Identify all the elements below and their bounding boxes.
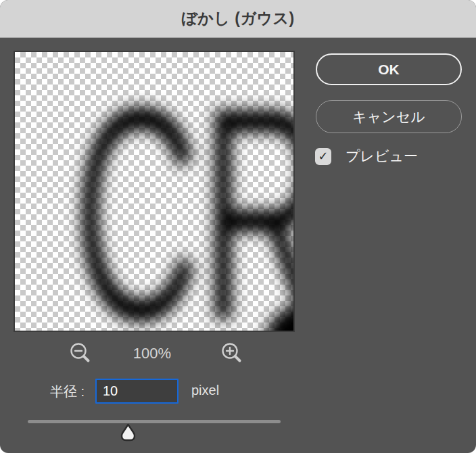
radius-slider-thumb[interactable] — [120, 423, 137, 442]
preview-checkbox[interactable]: ✓ — [315, 148, 331, 165]
zoom-in-icon — [220, 341, 243, 366]
gaussian-blur-dialog: ぼかし (ガウス) CR OK キャンセル ✓ プレビュー — [0, 0, 476, 453]
ok-button-label: OK — [378, 62, 400, 78]
slider-thumb-icon — [120, 423, 137, 442]
radius-input[interactable] — [95, 379, 178, 404]
zoom-in-button[interactable] — [220, 341, 247, 370]
cancel-button[interactable]: キャンセル — [316, 100, 462, 133]
zoom-level-value: 100% — [118, 345, 186, 362]
preview-checkbox-label: プレビュー — [346, 147, 418, 166]
radius-slider-track[interactable] — [28, 420, 281, 423]
zoom-out-icon — [69, 341, 92, 366]
radius-label: 半径 : — [50, 383, 85, 401]
cancel-button-label: キャンセル — [352, 108, 425, 126]
preview-blurred-letters: CR — [73, 52, 293, 331]
ok-button[interactable]: OK — [316, 53, 462, 85]
zoom-out-button[interactable] — [69, 341, 96, 370]
blur-preview-area[interactable]: CR — [14, 51, 295, 332]
radius-unit-label: pixel — [191, 383, 219, 398]
checkmark-icon: ✓ — [318, 149, 328, 164]
dialog-title: ぼかし (ガウス) — [181, 8, 294, 29]
blurred-image-preview: CR — [15, 52, 293, 331]
dialog-titlebar: ぼかし (ガウス) — [0, 0, 476, 38]
preview-checkbox-row: ✓ プレビュー — [315, 147, 418, 166]
